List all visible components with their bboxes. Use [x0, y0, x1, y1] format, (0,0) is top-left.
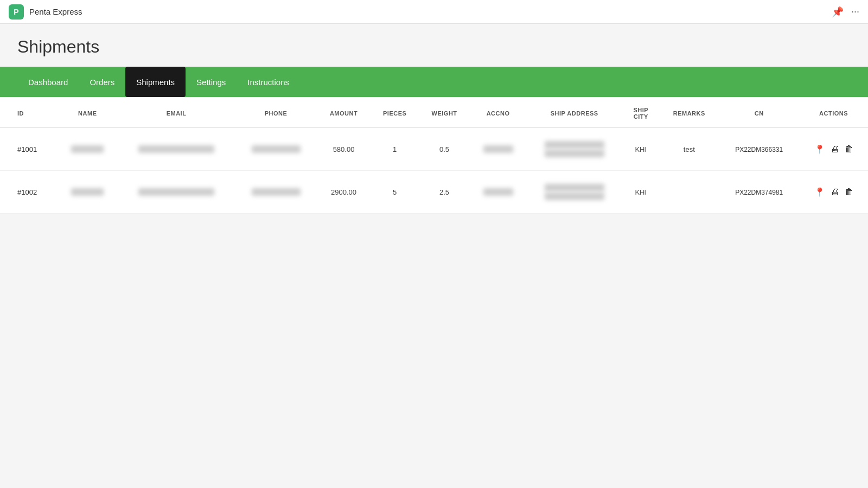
cell-weight: 2.5	[419, 171, 470, 214]
nav-item-orders[interactable]: Orders	[79, 67, 125, 97]
cell-remarks	[659, 171, 719, 214]
cell-accno	[470, 128, 526, 171]
topbar-actions: 📌 ···	[832, 6, 859, 18]
delete-icon[interactable]: 🗑	[845, 144, 853, 154]
col-header-phone: PHONE	[235, 97, 317, 128]
cell-cn: PX22DM366331	[719, 128, 799, 171]
table-row: #1002 2900.00 5 2.5	[0, 171, 868, 214]
print-icon[interactable]: 🖨	[831, 144, 839, 154]
app-icon: P	[9, 4, 24, 20]
col-header-actions: ACTIONS	[799, 97, 868, 128]
table-area: ID NAME EMAIL PHONE AMOUNT PIECES WEIGHT…	[0, 97, 868, 214]
page-title-area: Shipments	[0, 24, 868, 67]
cell-name	[58, 128, 118, 171]
cell-email	[118, 128, 235, 171]
cell-ship-city: KHI	[622, 171, 659, 214]
col-header-pieces: PIECES	[371, 97, 419, 128]
col-header-ship-city: SHIPCITY	[622, 97, 659, 128]
cell-actions: 📍 🖨 🗑	[799, 128, 868, 171]
cell-name	[58, 171, 118, 214]
page-title: Shipments	[17, 37, 851, 57]
table-header-row: ID NAME EMAIL PHONE AMOUNT PIECES WEIGHT…	[0, 97, 868, 128]
col-header-amount: AMOUNT	[317, 97, 371, 128]
cell-pieces: 5	[371, 171, 419, 214]
cell-phone	[235, 171, 317, 214]
cell-amount: 580.00	[317, 128, 371, 171]
print-icon[interactable]: 🖨	[831, 187, 839, 197]
location-icon[interactable]: 📍	[814, 144, 825, 155]
cell-cn: PX22DM374981	[719, 171, 799, 214]
app-branding: P Penta Express	[9, 4, 82, 20]
table-row: #1001 580.00 1 0.5	[0, 128, 868, 171]
app-title: Penta Express	[29, 7, 82, 16]
topbar: P Penta Express 📌 ···	[0, 0, 868, 24]
shipments-table: ID NAME EMAIL PHONE AMOUNT PIECES WEIGHT…	[0, 97, 868, 214]
cell-amount: 2900.00	[317, 171, 371, 214]
location-icon[interactable]: 📍	[814, 187, 825, 197]
cell-ship-address	[526, 128, 622, 171]
col-header-id: ID	[0, 97, 58, 128]
cell-actions: 📍 🖨 🗑	[799, 171, 868, 214]
col-header-ship-address: SHIP ADDRESS	[526, 97, 622, 128]
col-header-accno: ACCNO	[470, 97, 526, 128]
cell-ship-city: KHI	[622, 128, 659, 171]
cell-weight: 0.5	[419, 128, 470, 171]
cell-ship-address	[526, 171, 622, 214]
delete-icon[interactable]: 🗑	[845, 187, 853, 197]
nav-item-shipments[interactable]: Shipments	[125, 67, 186, 97]
nav-item-settings[interactable]: Settings	[186, 67, 237, 97]
cell-phone	[235, 128, 317, 171]
nav-item-instructions[interactable]: Instructions	[237, 67, 300, 97]
cell-id: #1002	[0, 171, 58, 214]
cell-id: #1001	[0, 128, 58, 171]
col-header-remarks: REMARKS	[659, 97, 719, 128]
more-options-icon[interactable]: ···	[851, 6, 859, 17]
cell-remarks: test	[659, 128, 719, 171]
cell-pieces: 1	[371, 128, 419, 171]
col-header-cn: CN	[719, 97, 799, 128]
col-header-name: NAME	[58, 97, 118, 128]
nav-item-dashboard[interactable]: Dashboard	[17, 67, 79, 97]
col-header-email: EMAIL	[118, 97, 235, 128]
navbar: Dashboard Orders Shipments Settings Inst…	[0, 67, 868, 97]
pin-icon[interactable]: 📌	[832, 6, 844, 18]
cell-email	[118, 171, 235, 214]
col-header-weight: WEIGHT	[419, 97, 470, 128]
cell-accno	[470, 171, 526, 214]
